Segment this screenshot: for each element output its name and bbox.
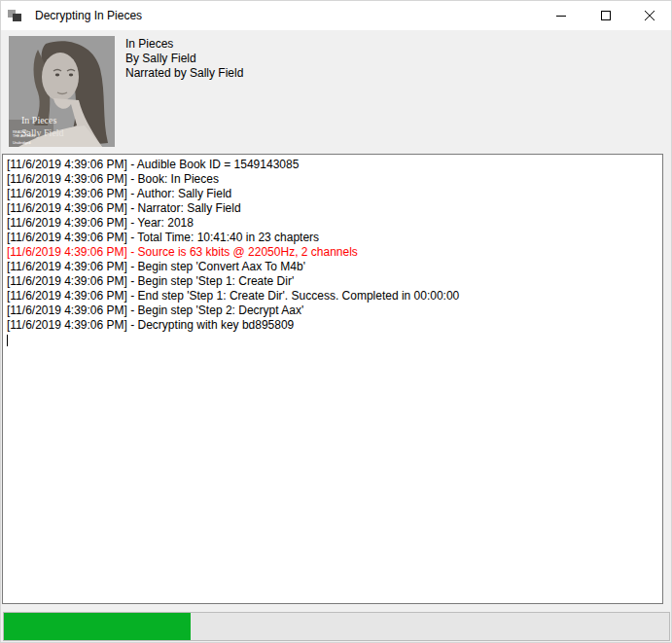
progress-bar: [3, 612, 670, 641]
log-line: [11/6/2019 4:39:06 PM] - Narrator: Sally…: [7, 201, 658, 216]
book-narrator: Narrated by Sally Field: [125, 66, 243, 81]
maximize-button[interactable]: [584, 1, 628, 30]
log-line: [11/6/2019 4:39:06 PM] - Begin step 'Ste…: [7, 274, 658, 289]
cover-art: In Pieces Sally Field READ BY THE AUTHOR…: [9, 36, 115, 147]
close-button[interactable]: [628, 1, 671, 30]
cover-unabridged: Unabridged: [13, 141, 31, 145]
maximize-icon: [601, 11, 611, 20]
log-line: [11/6/2019 4:39:06 PM] - Source is 63 kb…: [7, 245, 658, 260]
log-textbox[interactable]: [11/6/2019 4:39:06 PM] - Audible Book ID…: [2, 154, 663, 604]
titlebar[interactable]: Decrypting In Pieces: [1, 1, 671, 30]
log-line: [11/6/2019 4:39:06 PM] - Total Time: 10:…: [7, 231, 658, 245]
app-window: Decrypting In Pieces: [0, 0, 672, 643]
close-icon: [644, 10, 655, 21]
window-title: Decrypting In Pieces: [35, 1, 142, 30]
log-line: [11/6/2019 4:39:06 PM] - Decrypting with…: [7, 318, 658, 333]
log-line: [11/6/2019 4:39:06 PM] - End step 'Step …: [7, 289, 658, 304]
log-line: [11/6/2019 4:39:06 PM] - Begin step 'Con…: [7, 260, 658, 274]
log-line: [11/6/2019 4:39:06 PM] - Audible Book ID…: [7, 158, 658, 172]
cover-readby-line2: THE AUTHOR: [13, 134, 36, 138]
log-line: [11/6/2019 4:39:06 PM] - Author: Sally F…: [7, 187, 658, 201]
text-caret: [7, 335, 8, 346]
cover-title-text: In Pieces: [21, 115, 56, 125]
progress-fill: [4, 613, 191, 640]
log-line: [11/6/2019 4:39:06 PM] - Book: In Pieces: [7, 172, 658, 187]
caret-line: [7, 333, 658, 347]
book-meta: In Pieces By Sally Field Narrated by Sal…: [125, 37, 243, 81]
app-icon: [8, 8, 23, 23]
book-cover-image: In Pieces Sally Field READ BY THE AUTHOR…: [9, 36, 115, 147]
minimize-button[interactable]: [539, 1, 584, 30]
log-line: [11/6/2019 4:39:06 PM] - Year: 2018: [7, 216, 658, 231]
book-author: By Sally Field: [125, 52, 243, 66]
minimize-icon: [556, 16, 566, 17]
log-line: [11/6/2019 4:39:06 PM] - Begin step 'Ste…: [7, 304, 658, 318]
book-title: In Pieces: [125, 37, 243, 52]
